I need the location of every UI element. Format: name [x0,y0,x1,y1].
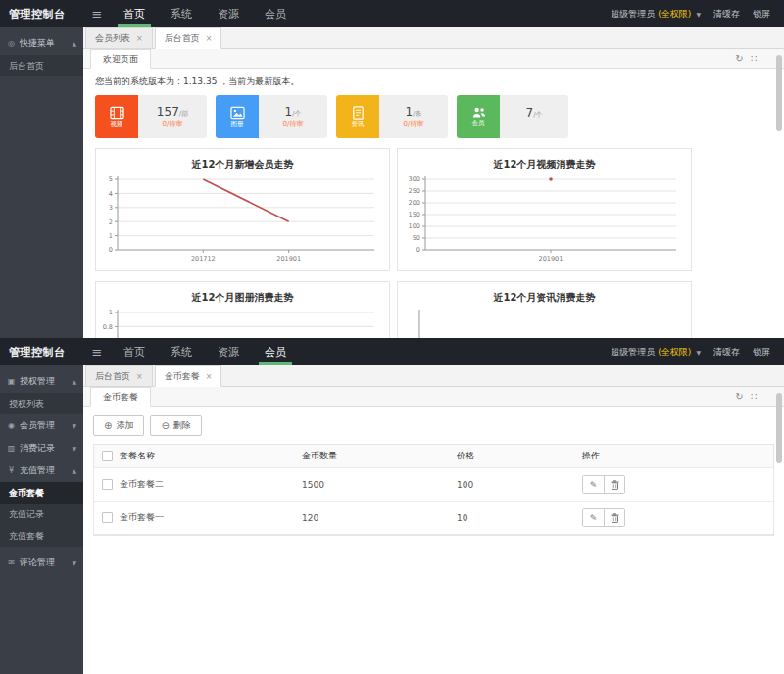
scrollbar-thumb[interactable] [776,55,782,131]
close-icon[interactable]: × [136,372,143,381]
top-navbar: 管理控制台 ≡ 首页 系统 资源 会员 超级管理员 (全权限) ▼ 清缓存 锁屏 [0,338,784,365]
brand-title: 管理控制台 [0,0,83,27]
sidebar-item-authorization-list[interactable]: 授权列表 [0,393,83,414]
hamburger-icon[interactable]: ≡ [83,0,111,27]
sidebar-item-dashboard[interactable]: 后台首页 [0,55,83,76]
lock-screen-button[interactable]: 锁屏 [753,346,770,359]
sidebar-section-authorization[interactable]: ▣ 授权管理 ▲ [0,370,83,393]
chart-album-consumption: 近12个月图册消费走势 00.20.40.60.81 [95,281,390,338]
card-icon-block: 图册 [216,95,259,138]
collapse-arrow-icon: ▼ [72,559,76,566]
refresh-icon[interactable]: ↻ [735,392,743,402]
nav-item-system[interactable]: 系统 [158,0,205,27]
user-permission-badge: (全权限) [658,8,691,21]
nav-item-member[interactable]: 会员 [252,0,299,27]
nav-item-system[interactable]: 系统 [158,338,205,365]
svg-text:200: 200 [409,199,420,207]
dashboard-content: 欢迎页面 ↻ ∷ 您当前的系统版本为：1.13.35 ，当前为最新版本。 视频 [83,49,784,338]
image-icon [230,106,245,120]
nav-item-home[interactable]: 首页 [111,338,158,365]
sidebar-section-quick-menu[interactable]: ◎ 快捷菜单 ▲ [0,32,83,55]
clear-cache-button[interactable]: 清缓存 [713,8,740,21]
scrollbar-thumb[interactable] [776,393,782,463]
cell-price: 100 [457,480,582,490]
chart-title: 近12个月视频消费走势 [398,158,691,171]
chevron-down-icon: ▼ [696,11,701,18]
user-menu[interactable]: 超级管理员 (全权限) ▼ [611,8,701,21]
sidebar-item-recharge-records[interactable]: 充值记录 [0,504,83,525]
sidebar-item-coin-packages[interactable]: 金币套餐 [0,482,83,504]
collapse-arrow-icon: ▼ [72,422,76,429]
sidebar-section-recharge-management[interactable]: ¥ 充值管理 ▲ [0,459,83,482]
nav-item-resource[interactable]: 资源 [205,0,252,27]
navbar-right: 超级管理员 (全权限) ▼ 清缓存 锁屏 [611,338,784,365]
chart-video-consumption: 近12个月视频消费走势 050100150200250300201901 [397,148,692,271]
stat-card-album: 图册 1/个 0/待审 [216,95,327,138]
nav-item-home[interactable]: 首页 [111,0,158,27]
sidebar-section-label: 会员管理 [20,419,55,432]
cell-coin-amount: 120 [302,513,457,523]
fullscreen-icon[interactable]: ∷ [751,54,757,64]
sidebar-section-consumption-records[interactable]: ▥ 消费记录 ▼ [0,437,83,459]
panel-tab-coin-packages[interactable]: 金币套餐 [90,387,151,407]
trash-icon [611,480,619,490]
card-icon-block: 资讯 [336,95,379,138]
lock-screen-button[interactable]: 锁屏 [753,8,770,21]
sidebar-section-label: 评论管理 [20,556,55,569]
fullscreen-icon[interactable]: ∷ [751,392,757,402]
yen-icon: ¥ [7,466,16,475]
delete-row-button[interactable] [604,509,624,526]
sidebar-section-member-management[interactable]: ◉ 会员管理 ▼ [0,414,83,437]
svg-text:1: 1 [109,232,113,240]
button-label: 删除 [173,419,191,432]
sidebar-item-recharge-packages[interactable]: 充值套餐 [0,525,83,547]
card-value: 7 [526,106,534,120]
stat-card-news: 资讯 1/条 0/待审 [336,95,448,138]
svg-text:3: 3 [109,204,113,212]
row-checkbox[interactable] [102,479,113,490]
cell-price: 10 [457,513,582,523]
close-icon[interactable]: × [136,34,143,43]
grid-icon: ▣ [7,377,16,386]
svg-text:50: 50 [413,234,420,242]
cell-package-name: 金币套餐二 [120,478,302,491]
film-icon [110,106,124,120]
column-header-coins: 金币数量 [302,450,457,462]
delete-icon: ⊖ [161,421,169,431]
add-button[interactable]: ⊕ 添加 [93,415,144,436]
svg-text:0.8: 0.8 [103,323,113,331]
nav-item-member[interactable]: 会员 [252,338,299,365]
svg-text:150: 150 [409,211,420,218]
svg-text:4: 4 [109,190,113,198]
collapse-arrow-icon: ▲ [72,40,76,47]
sidebar-section-comment-management[interactable]: ✉ 评论管理 ▼ [0,552,83,574]
hamburger-icon[interactable]: ≡ [83,338,111,365]
tab-dashboard[interactable]: 后台首页 × [155,27,222,49]
card-label: 视频 [111,121,123,128]
refresh-icon[interactable]: ↻ [735,54,743,64]
tab-dashboard[interactable]: 后台首页 × [85,365,153,386]
coin-packages-table: 套餐名称 金币数量 价格 操作 金币套餐二 1500 100 ✎ [93,444,774,536]
edit-button[interactable]: ✎ [583,476,604,493]
svg-text:0: 0 [416,246,420,254]
card-unit: /个 [533,110,542,120]
card-value: 1 [285,105,293,119]
panel-tab-welcome[interactable]: 欢迎页面 [90,49,151,69]
close-icon[interactable]: × [206,34,213,43]
panel-header: 金币套餐 ↻ ∷ [83,387,784,407]
delete-row-button[interactable] [604,476,624,493]
close-icon[interactable]: × [206,372,213,381]
user-menu[interactable]: 超级管理员 (全权限) ▼ [611,346,701,359]
tab-member-list[interactable]: 会员列表 × [85,27,153,48]
clear-cache-button[interactable]: 清缓存 [713,346,740,359]
row-checkbox[interactable] [102,512,113,523]
svg-text:201901: 201901 [276,255,301,263]
tab-coin-packages[interactable]: 金币套餐 × [155,365,222,387]
delete-button[interactable]: ⊖ 删除 [150,415,201,436]
edit-button[interactable]: ✎ [583,509,604,526]
navbar-right: 超级管理员 (全权限) ▼ 清缓存 锁屏 [611,0,784,27]
select-all-checkbox[interactable] [102,451,113,461]
card-pending: 0/待审 [404,120,424,129]
nav-item-resource[interactable]: 资源 [205,338,252,365]
card-label: 资讯 [352,121,365,128]
